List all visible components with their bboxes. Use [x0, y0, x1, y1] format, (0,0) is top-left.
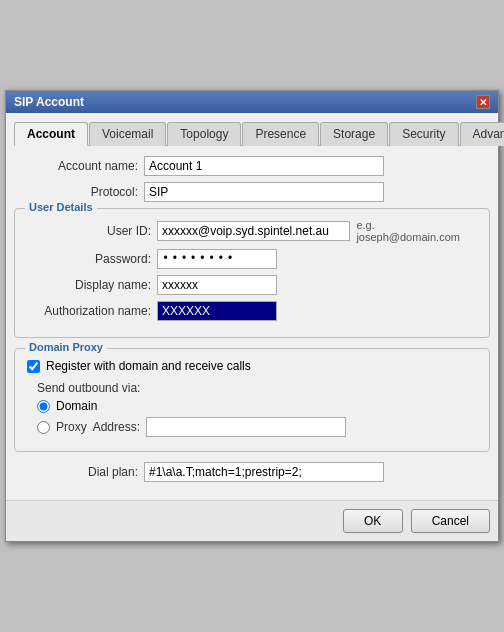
- register-checkbox[interactable]: [27, 360, 40, 373]
- domain-radio-row: Domain: [37, 399, 477, 413]
- domain-radio[interactable]: [37, 400, 50, 413]
- account-name-input[interactable]: [144, 156, 384, 176]
- tab-bar: Account Voicemail Topology Presence Stor…: [14, 121, 490, 146]
- tab-storage[interactable]: Storage: [320, 122, 388, 146]
- register-checkbox-row: Register with domain and receive calls: [27, 359, 477, 373]
- dial-plan-label: Dial plan:: [14, 465, 144, 479]
- password-input[interactable]: [157, 249, 277, 269]
- domain-radio-label: Domain: [56, 399, 97, 413]
- dialog-title: SIP Account: [14, 95, 84, 109]
- close-icon[interactable]: ✕: [476, 95, 490, 109]
- auth-name-input[interactable]: [157, 301, 277, 321]
- user-details-legend: User Details: [25, 201, 97, 213]
- tab-security[interactable]: Security: [389, 122, 458, 146]
- display-name-label: Display name:: [27, 278, 157, 292]
- proxy-address-input[interactable]: [146, 417, 346, 437]
- dial-plan-row: Dial plan:: [14, 462, 490, 482]
- button-bar: OK Cancel: [6, 500, 498, 541]
- dialog-content: Account Voicemail Topology Presence Stor…: [6, 113, 498, 500]
- protocol-input[interactable]: [144, 182, 384, 202]
- register-checkbox-label: Register with domain and receive calls: [46, 359, 251, 373]
- tab-presence[interactable]: Presence: [242, 122, 319, 146]
- tab-voicemail[interactable]: Voicemail: [89, 122, 166, 146]
- address-label: Address:: [93, 420, 140, 434]
- tab-advanced[interactable]: Advanced: [460, 122, 505, 146]
- user-id-label: User ID:: [27, 224, 157, 238]
- auth-name-row: Authorization name:: [27, 301, 477, 321]
- display-name-input[interactable]: [157, 275, 277, 295]
- send-outbound-label: Send outbound via:: [37, 381, 477, 395]
- display-name-row: Display name:: [27, 275, 477, 295]
- ok-button[interactable]: OK: [343, 509, 403, 533]
- sip-account-dialog: SIP Account ✕ Account Voicemail Topology…: [5, 90, 499, 542]
- title-bar: SIP Account ✕: [6, 91, 498, 113]
- proxy-radio-row: Proxy Address:: [37, 417, 477, 437]
- cancel-button[interactable]: Cancel: [411, 509, 490, 533]
- proxy-radio[interactable]: [37, 421, 50, 434]
- domain-proxy-section: Domain Proxy Register with domain and re…: [14, 348, 490, 452]
- domain-proxy-legend: Domain Proxy: [25, 341, 107, 353]
- account-name-row: Account name:: [14, 156, 490, 176]
- user-id-input[interactable]: [157, 221, 350, 241]
- password-row: Password:: [27, 249, 477, 269]
- protocol-label: Protocol:: [14, 185, 144, 199]
- user-id-row: User ID: e.g. joseph@domain.com: [27, 219, 477, 243]
- send-outbound-radio-group: Domain Proxy Address:: [37, 399, 477, 437]
- tab-topology[interactable]: Topology: [167, 122, 241, 146]
- user-id-hint: e.g. joseph@domain.com: [356, 219, 477, 243]
- account-name-label: Account name:: [14, 159, 144, 173]
- proxy-radio-label: Proxy: [56, 420, 87, 434]
- auth-name-label: Authorization name:: [27, 304, 157, 318]
- password-label: Password:: [27, 252, 157, 266]
- dial-plan-input[interactable]: [144, 462, 384, 482]
- protocol-row: Protocol:: [14, 182, 490, 202]
- tab-account[interactable]: Account: [14, 122, 88, 146]
- user-details-section: User Details User ID: e.g. joseph@domain…: [14, 208, 490, 338]
